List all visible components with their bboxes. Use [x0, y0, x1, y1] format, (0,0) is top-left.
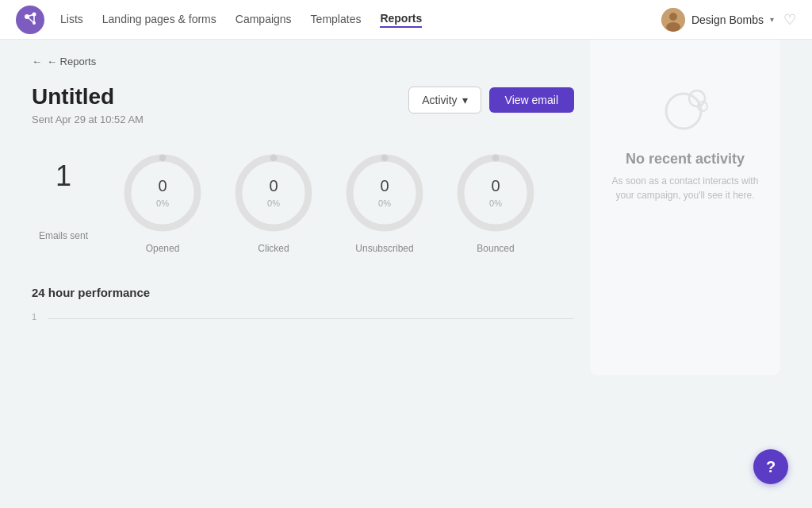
unsubscribed-stat: 0 0% Unsubscribed: [341, 149, 428, 254]
unsubscribed-center: 0 0%: [378, 176, 391, 210]
campaign-info: Untitled Sent Apr 29 at 10:52 AM: [32, 83, 144, 125]
opened-value: 0: [156, 176, 169, 195]
svg-point-8: [669, 13, 677, 21]
emails-sent-value: 1: [56, 162, 71, 190]
clicked-stat: 0 0% Clicked: [230, 149, 317, 254]
heart-icon[interactable]: ♡: [783, 11, 796, 29]
no-activity-description: As soon as a contact interacts with your…: [606, 174, 764, 202]
unsubscribed-donut: 0 0%: [341, 149, 428, 237]
opened-label: Opened: [146, 243, 180, 254]
nav-landing-pages[interactable]: Landing pages & forms: [102, 13, 216, 27]
no-activity-title: No recent activity: [626, 151, 745, 167]
navbar-right: Design Bombs ▾ ♡: [661, 8, 796, 32]
chart-area: 1: [32, 312, 574, 375]
chart-baseline: [48, 318, 574, 319]
performance-title: 24 hour performance: [32, 286, 574, 299]
clicked-label: Clicked: [258, 243, 289, 254]
brand-logo[interactable]: [16, 6, 44, 34]
navbar: Lists Landing pages & forms Campaigns Te…: [0, 0, 812, 40]
opened-stat: 0 0% Opened: [119, 149, 206, 254]
main-layout: Untitled Sent Apr 29 at 10:52 AM Activit…: [32, 83, 780, 375]
unsubscribed-pct: 0%: [378, 198, 391, 208]
main-column: Untitled Sent Apr 29 at 10:52 AM Activit…: [32, 83, 574, 375]
nav-lists[interactable]: Lists: [60, 13, 83, 27]
campaign-title: Untitled: [32, 83, 144, 110]
activity-chevron-icon: ▾: [462, 94, 468, 106]
svg-point-9: [666, 22, 680, 32]
back-label: ← Reports: [47, 56, 96, 67]
unsubscribed-label: Unsubscribed: [355, 243, 413, 254]
header-actions: Activity ▾ View email: [408, 87, 574, 114]
view-email-button[interactable]: View email: [489, 87, 574, 113]
svg-point-18: [666, 94, 701, 129]
bounced-stat: 0 0% Bounced: [452, 149, 539, 254]
back-arrow-icon: ←: [32, 56, 42, 67]
nav-links: Lists Landing pages & forms Campaigns Te…: [60, 12, 661, 28]
nav-campaigns[interactable]: Campaigns: [236, 13, 292, 27]
campaign-subtitle: Sent Apr 29 at 10:52 AM: [32, 114, 144, 125]
stats-row: 1 Emails sent 0 0% O: [32, 149, 574, 254]
user-menu[interactable]: Design Bombs ▾: [661, 8, 774, 32]
clicked-donut: 0 0%: [230, 149, 317, 237]
activity-panel: No recent activity As soon as a contact …: [590, 0, 780, 375]
avatar: [661, 8, 685, 32]
bounced-label: Bounced: [477, 243, 514, 254]
bounced-donut: 0 0%: [452, 149, 539, 237]
emails-sent-stat: 1 Emails sent: [32, 162, 95, 241]
nav-templates[interactable]: Templates: [311, 13, 362, 27]
bounced-value: 0: [489, 176, 502, 195]
user-name-label: Design Bombs: [691, 13, 764, 26]
activity-button[interactable]: Activity ▾: [408, 87, 481, 114]
opened-donut: 0 0%: [119, 149, 206, 237]
help-button[interactable]: ?: [753, 449, 788, 484]
unsubscribed-value: 0: [378, 176, 391, 195]
header-row: Untitled Sent Apr 29 at 10:52 AM Activit…: [32, 83, 574, 125]
chevron-down-icon: ▾: [770, 15, 774, 24]
opened-center: 0 0%: [156, 176, 169, 210]
clicked-pct: 0%: [267, 198, 280, 208]
performance-section: 24 hour performance 1: [32, 286, 574, 375]
emails-sent-label: Emails sent: [39, 230, 88, 241]
bounced-pct: 0%: [489, 198, 502, 208]
no-activity-icon: [653, 81, 717, 140]
clicked-center: 0 0%: [267, 176, 280, 210]
page-content: ← ← Reports Untitled Sent Apr 29 at 10:5…: [0, 40, 812, 391]
nav-reports[interactable]: Reports: [380, 12, 422, 28]
chart-y-label: 1: [32, 312, 36, 321]
opened-pct: 0%: [156, 198, 169, 208]
bounced-center: 0 0%: [489, 176, 502, 210]
activity-label: Activity: [422, 94, 457, 106]
clicked-value: 0: [267, 176, 280, 195]
